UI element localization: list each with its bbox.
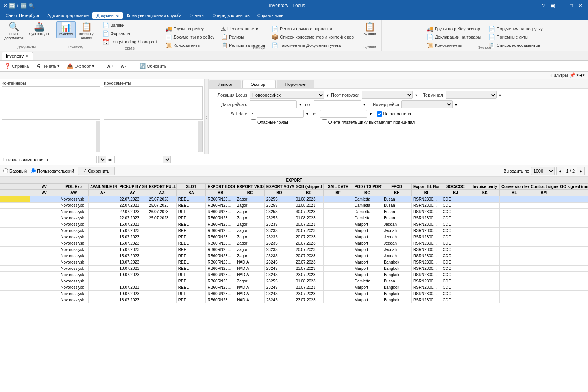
ribbon-btn-declarations[interactable]: 📄 Декларации на товары (425, 33, 483, 41)
date-to-arrow[interactable]: ▾ (363, 102, 365, 107)
minimize-btn[interactable]: ─ (558, 3, 566, 9)
custom-radio-label[interactable]: Пользовательский (31, 168, 74, 173)
output-select[interactable]: 1000 (531, 167, 555, 175)
locus-location-select[interactable]: Новороссийск (250, 91, 324, 99)
ribbon-btn-bookings[interactable]: 📋 Букинги (361, 21, 378, 37)
menu-item-admin[interactable]: Администрирование (43, 12, 92, 19)
menu-item-comm[interactable]: Коммуникационная служба (123, 12, 186, 19)
close-icon[interactable]: ✕ (3, 3, 7, 9)
ribbon-btn-bol-export[interactable]: 📜 Коносаменты (425, 41, 483, 49)
ribbon-btn-cargo-voyage[interactable]: 🚚 Грузы по рейсу (164, 25, 216, 33)
table-row[interactable]: Novorossiysk 15.07.2023 REEL RB60RN23000… (0, 253, 588, 259)
table-row[interactable]: Novorossiysk 22.07.2023 25.07.2023 REEL … (0, 196, 588, 203)
date-to-input[interactable] (314, 100, 361, 108)
tile-btn[interactable]: ▣ (548, 3, 557, 9)
page-next-btn[interactable]: ▸ (577, 167, 585, 175)
font-increase-btn[interactable]: А + (105, 63, 116, 69)
ribbon-btn-forecasts[interactable]: 📄 Форкасты (101, 30, 159, 37)
save-button[interactable]: ✓ Сохранить (78, 167, 115, 175)
table-row[interactable]: Novorossiysk 19.07.2023 REEL RB60RN23000… (0, 291, 588, 297)
ribbon-btn-longstanding[interactable]: 📅 Longstanding / Long out (101, 38, 159, 46)
show-changes-from-input[interactable] (50, 156, 97, 163)
maximize-btn[interactable]: □ (567, 3, 575, 9)
ribbon-btn-inventory[interactable]: 📊 Inventory (56, 21, 76, 38)
containers-scrollbar[interactable] (96, 121, 100, 152)
ribbon-btn-inventory-alarms[interactable]: 📋 InventoryAlarms (77, 21, 96, 42)
table-row[interactable]: Novorossiysk 18.07.2023 REEL RB60RN23000… (0, 297, 588, 303)
ribbon-btn-cargo-export[interactable]: 🚚 Грузы по рейсу экспорт (425, 25, 483, 33)
menu-item-spb[interactable]: Санкт-Петербург (2, 12, 43, 19)
table-row[interactable]: Novorossiysk 22.07.2023 25.07.2023 REEL … (0, 215, 588, 221)
date-from-input[interactable] (250, 100, 297, 108)
export-btn[interactable]: 📤 Экспорт ▾ (65, 62, 96, 70)
voyage-select[interactable] (401, 100, 453, 108)
table-row[interactable]: Novorossiysk 22.07.2023 26.07.2023 REEL … (0, 209, 588, 215)
bills-list[interactable] (104, 86, 203, 120)
table-row[interactable]: Novorossiysk 15.07.2023 REEL RB60RN23000… (0, 228, 588, 234)
table-row[interactable]: Novorossiysk 19.07.2023 REEL RB60RN23000… (0, 272, 588, 278)
basic-radio[interactable] (3, 168, 8, 173)
tab-inventory[interactable]: Inventory ✕ (2, 52, 33, 60)
table-row[interactable]: Novorossiysk 15.07.2023 REEL RB60RN23000… (0, 247, 588, 253)
dangerous-checkbox-label[interactable]: Опасные грузы (251, 119, 288, 124)
sail-date-to-input[interactable] (320, 110, 367, 118)
ribbon-btn-ships[interactable]: 🚢 Судозаходы (27, 21, 51, 37)
info-icon[interactable]: ℹ (17, 3, 19, 9)
drag-handle[interactable]: ⋮ (205, 79, 209, 154)
menu-item-docs[interactable]: Документы (92, 12, 123, 19)
bills-principal-checkbox[interactable] (322, 119, 327, 124)
tab-import[interactable]: Импорт (209, 80, 241, 88)
print-btn[interactable]: 🖨 Печать ▾ (34, 62, 62, 70)
tab-inventory-close[interactable]: ✕ (25, 54, 29, 59)
ribbon-btn-direct-releases[interactable]: 📄 Релизы прямого варианта (270, 25, 355, 33)
page-first-btn[interactable]: ◂ (556, 167, 564, 175)
search-icon[interactable]: 🔍 (28, 3, 35, 9)
custom-radio[interactable] (31, 168, 36, 173)
table-container[interactable]: EXPORT AV POL Exp AVAILABLE IN CFS (FOR … (0, 176, 588, 392)
table-row[interactable]: Novorossiysk 15.07.2023 REEL RB60RN23000… (0, 221, 588, 228)
table-row[interactable]: Novorossiysk 15.07.2023 REEL RB60RN23000… (0, 234, 588, 240)
menu-item-reference[interactable]: Справочники (253, 12, 288, 19)
show-changes-from-select[interactable]: ▾ (98, 156, 106, 163)
table-row[interactable]: Novorossiysk 18.07.2023 REEL RB60RN23000… (0, 259, 588, 266)
table-row[interactable]: Novorossiysk REEL RB60RN23000369 Zagor 2… (0, 278, 588, 284)
not-filled-checkbox-label[interactable]: Не заполнено (377, 111, 411, 117)
ribbon-btn-bills-of-lading[interactable]: 📜 Коносаменты (164, 41, 216, 49)
show-changes-to-input[interactable] (114, 156, 161, 163)
table-row[interactable]: Novorossiysk 18.07.2023 REEL RB60RN23000… (0, 284, 588, 291)
basic-radio-label[interactable]: Базовый (3, 168, 27, 173)
ribbon-btn-customs-docs[interactable]: 📄 таможенные Документы учета (270, 41, 355, 49)
ribbon-btn-damages[interactable]: ⚠ Несохранности (219, 25, 267, 33)
bills-scrollbar[interactable] (198, 121, 203, 152)
table-row[interactable]: Novorossiysk 22.07.2023 25.07.2023 REEL … (0, 203, 588, 209)
ribbon-btn-bol-containers[interactable]: 📦 Список коносаментов и контейнеров (270, 33, 355, 41)
refresh-icon[interactable]: 🔄 (9, 3, 15, 9)
filter-pin-icon[interactable]: 📌 (570, 72, 575, 78)
sail-date-from-arrow[interactable]: ▾ (306, 112, 308, 116)
menu-item-reports[interactable]: Отчеты (186, 12, 209, 19)
sail-date-from-input[interactable] (257, 110, 304, 118)
bills-principal-checkbox-label[interactable]: Счета плательщику выставляет принципал (322, 119, 415, 124)
menu-item-clients[interactable]: Очередь клиентов (209, 12, 253, 19)
font-decrease-btn[interactable]: А - (119, 63, 128, 69)
refresh-btn[interactable]: 🔄 Обновить (137, 62, 168, 70)
port-select[interactable] (362, 91, 413, 99)
window-close-btn[interactable]: ✕ (576, 3, 585, 9)
dangerous-checkbox[interactable] (251, 119, 256, 124)
ribbon-btn-bol-list[interactable]: 📋 Список коносаментов (487, 41, 544, 49)
ribbon-btn-releases[interactable]: 📋 Релизы (219, 33, 267, 41)
ribbon-btn-loading-orders[interactable]: 📄 Поручения на погрузку (487, 25, 544, 33)
help-btn[interactable]: ? (540, 3, 547, 9)
tab-export[interactable]: Экспорт (242, 80, 275, 88)
sail-date-to-arrow[interactable]: ▾ (370, 112, 372, 116)
table-row[interactable]: Novorossiysk 15.07.2023 REEL RB60RN23000… (0, 240, 588, 247)
not-filled-checkbox[interactable] (377, 111, 382, 117)
help-btn[interactable]: ❓ Справка (2, 62, 31, 70)
date-from-arrow[interactable]: ▾ (299, 102, 301, 107)
text-icon[interactable]: 🔤 (20, 3, 27, 9)
ribbon-btn-docs-voyage[interactable]: 📄 Документы по рейсу (164, 33, 216, 41)
tab-empty[interactable]: Порожние (277, 80, 314, 88)
ribbon-btn-search-docs[interactable]: 🔍 Поискдокументов (2, 21, 26, 42)
ribbon-btn-acceptance[interactable]: 📄 Приемные акты (487, 33, 544, 41)
terminal-select[interactable] (446, 91, 497, 99)
